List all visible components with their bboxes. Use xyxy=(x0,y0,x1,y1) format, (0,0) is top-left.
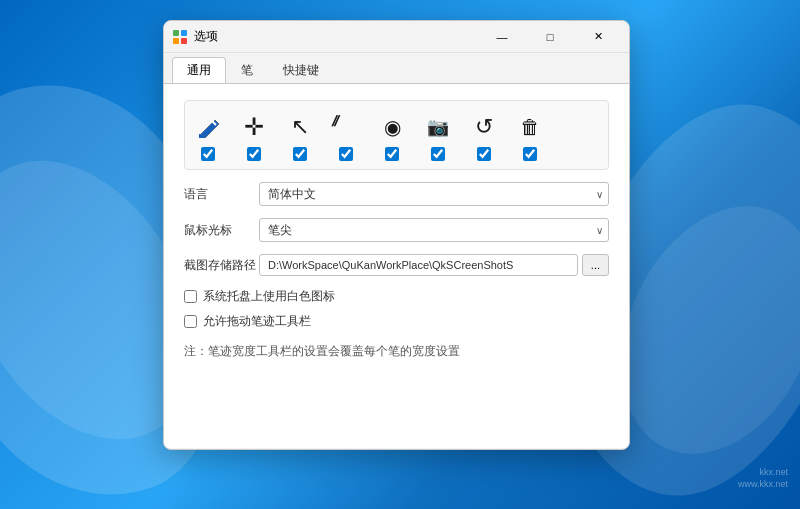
form-section: 语言 简体中文 English 繁體中文 ∨ 鼠标光标 xyxy=(184,182,609,276)
toolbar-icon-cursor: ↖ xyxy=(285,113,315,161)
svg-rect-3 xyxy=(181,38,187,44)
titlebar-buttons: — □ ✕ xyxy=(479,21,621,53)
toolbar-icon-camera: 📷 xyxy=(423,113,453,161)
toolbar-icon-eye: ◉ xyxy=(377,113,407,161)
dialog-title: 选项 xyxy=(194,28,479,45)
path-control: ... xyxy=(259,254,609,276)
lines-icon: // xyxy=(327,113,365,141)
eye-checkbox[interactable] xyxy=(385,147,399,161)
svg-rect-2 xyxy=(173,38,179,44)
svg-marker-4 xyxy=(201,120,219,138)
toolbar-icon-move: ✛ xyxy=(239,113,269,161)
path-browse-button[interactable]: ... xyxy=(582,254,609,276)
tab-general[interactable]: 通用 xyxy=(172,57,226,83)
camera-icon: 📷 xyxy=(423,113,453,141)
language-label: 语言 xyxy=(184,186,259,203)
watermark-bottom: www.kkx.net xyxy=(738,479,788,489)
cursor-control: 笔尖 系统默认 十字 ∨ xyxy=(259,218,609,242)
trash-checkbox[interactable] xyxy=(523,147,537,161)
toolbar-icon-eraser xyxy=(193,113,223,161)
cursor-checkbox[interactable] xyxy=(293,147,307,161)
tab-shortcuts[interactable]: 快捷键 xyxy=(268,57,334,83)
options-dialog: 选项 — □ ✕ 通用 笔 快捷键 xyxy=(163,20,630,450)
path-label: 截图存储路径 xyxy=(184,257,259,274)
white-icon-checkbox-row: 系统托盘上使用白色图标 xyxy=(184,288,609,305)
move-checkbox[interactable] xyxy=(247,147,261,161)
svg-rect-0 xyxy=(173,30,179,36)
svg-rect-1 xyxy=(181,30,187,36)
minimize-button[interactable]: — xyxy=(479,21,525,53)
cursor-label: 鼠标光标 xyxy=(184,222,259,239)
white-icon-checkbox[interactable] xyxy=(184,290,197,303)
lines-checkbox[interactable] xyxy=(339,147,353,161)
undo-icon: ↺ xyxy=(469,113,499,141)
tab-pen[interactable]: 笔 xyxy=(226,57,268,83)
eye-icon: ◉ xyxy=(377,113,407,141)
drag-toolbar-checkbox-row: 允许拖动笔迹工具栏 xyxy=(184,313,609,330)
camera-checkbox[interactable] xyxy=(431,147,445,161)
eraser-checkbox[interactable] xyxy=(201,147,215,161)
toolbar-icons-row: ✛ ↖ // ◉ 📷 xyxy=(184,100,609,170)
path-input[interactable] xyxy=(259,254,578,276)
content-area: ✛ ↖ // ◉ 📷 xyxy=(164,84,629,448)
cursor-select[interactable]: 笔尖 系统默认 十字 xyxy=(259,218,609,242)
cursor-icon: ↖ xyxy=(285,113,315,141)
cursor-select-wrapper: 笔尖 系统默认 十字 ∨ xyxy=(259,218,609,242)
tab-bar: 通用 笔 快捷键 xyxy=(164,53,629,84)
eraser-icon xyxy=(193,113,223,141)
white-icon-label: 系统托盘上使用白色图标 xyxy=(203,288,335,305)
trash-icon: 🗑 xyxy=(515,113,545,141)
move-icon: ✛ xyxy=(239,113,269,141)
drag-toolbar-label: 允许拖动笔迹工具栏 xyxy=(203,313,311,330)
titlebar-icon xyxy=(172,29,188,45)
watermark-top: kkx.net xyxy=(759,467,788,477)
close-button[interactable]: ✕ xyxy=(575,21,621,53)
toolbar-icon-trash: 🗑 xyxy=(515,113,545,161)
path-row: 截图存储路径 ... xyxy=(184,254,609,276)
language-row: 语言 简体中文 English 繁體中文 ∨ xyxy=(184,182,609,206)
language-control: 简体中文 English 繁體中文 ∨ xyxy=(259,182,609,206)
toolbar-icon-lines: // xyxy=(331,113,361,161)
drag-toolbar-checkbox[interactable] xyxy=(184,315,197,328)
titlebar: 选项 — □ ✕ xyxy=(164,21,629,53)
maximize-button[interactable]: □ xyxy=(527,21,573,53)
language-select-wrapper: 简体中文 English 繁體中文 ∨ xyxy=(259,182,609,206)
language-select[interactable]: 简体中文 English 繁體中文 xyxy=(259,182,609,206)
toolbar-icon-undo: ↺ xyxy=(469,113,499,161)
undo-checkbox[interactable] xyxy=(477,147,491,161)
cursor-row: 鼠标光标 笔尖 系统默认 十字 ∨ xyxy=(184,218,609,242)
note-text: 注：笔迹宽度工具栏的设置会覆盖每个笔的宽度设置 xyxy=(184,342,609,361)
